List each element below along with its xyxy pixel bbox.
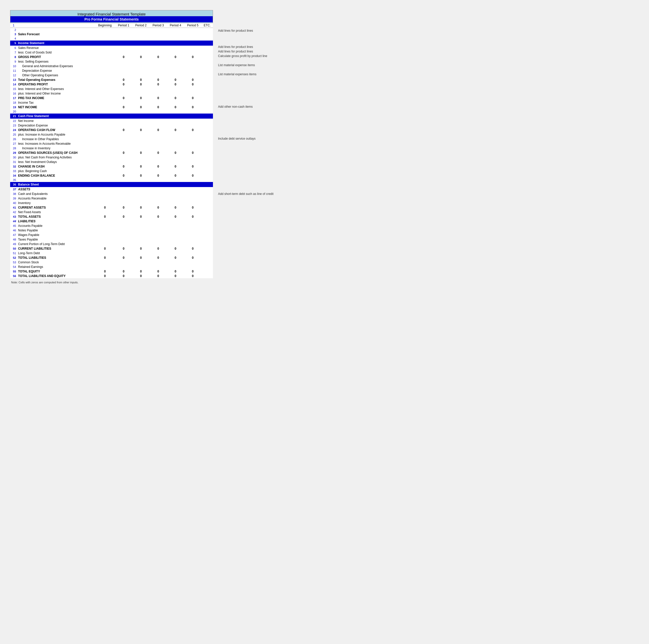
row-total-equity: 55 TOTAL EQUITY 0 0 0 0 0 0: [10, 269, 213, 274]
row-current-liabilities: 50 CURRENT LIABILITIES 0 0 0 0 0 0: [10, 246, 213, 251]
row-income-statement-header: 5 Income Statement: [10, 41, 213, 46]
row-increase-accounts-payable: 25 plus: Increase in Accounts Payable: [10, 132, 213, 137]
note-row8: Calculate gross profit by product line: [218, 54, 289, 59]
note-row23-text: Add other non-cash items: [218, 105, 253, 108]
row-inventory-bs: 40 Inventory: [10, 201, 213, 205]
main-title: Integrated Financial Statement Template: [10, 12, 213, 16]
row-gross-profit: 8 GROSS PROFIT 0 0 0 0 0: [10, 55, 213, 59]
note-spacer-2: [218, 59, 289, 63]
row-sales-forecast: 3 Sales Forecast: [10, 32, 213, 37]
subtitle: Pro Forma Financial Statements: [10, 16, 213, 22]
row-liabilities-header: 44 LIABILITIES: [10, 219, 213, 224]
row-operating-sources-uses: 29 OPERATING SOURCES (USES) OF CASH 0 0 …: [10, 150, 213, 155]
right-notes-panel: Add lines for product lines Add lines fo…: [218, 10, 289, 284]
column-header-row: 1 Beginning Period 1 Period 2 Period 3 P…: [10, 23, 213, 28]
row-change-in-cash: 32 CHANGE IN CASH 0 0 0 0 0: [10, 164, 213, 169]
note-row10-text: List material expense items: [218, 63, 255, 67]
row-4: 4: [10, 37, 213, 41]
row-depreciation-cf: 23 Depreciation Expense: [10, 123, 213, 128]
row-net-income-cf: 22 Net Income: [10, 119, 213, 123]
row-increase-other-payables: 26 Increase in Other Payables: [10, 137, 213, 141]
row-notes-payable: 46 Notes Payable: [10, 228, 213, 233]
col-beginning: Beginning: [95, 23, 115, 28]
col-period4: Period 4: [167, 23, 184, 28]
financial-table: 1 Beginning Period 1 Period 2 Period 3 P…: [10, 23, 213, 278]
note-row31: Include debt service outlays: [218, 137, 289, 141]
row-sales-revenue: 6 Sales Revenue: [10, 46, 213, 50]
row-depreciation-expense: 11 Depreciation Expense: [10, 68, 213, 73]
row-current-assets: 41 CURRENT ASSETS 0 0 0 0 0 0: [10, 205, 213, 210]
col-header-label: [17, 23, 95, 28]
col-period1: Period 1: [115, 23, 132, 28]
main-table-container: Integrated Financial Statement Template …: [10, 10, 213, 284]
row-20: 20: [10, 109, 213, 113]
note-spacer-1: [218, 34, 289, 45]
note-row49-text: Add short-term debt such as line of cred…: [218, 192, 273, 196]
row-increase-accounts-receivable: 27 less: Increases in Accounts Receivabl…: [10, 141, 213, 146]
row-general-admin: 10 General and Administrative Expenses: [10, 64, 213, 68]
note-row6-text: Add lines for product lines: [218, 45, 253, 49]
footer-note: Note: Cells with zeros are computed from…: [10, 281, 213, 284]
note-row6: Add lines for product lines: [218, 45, 289, 50]
note-spacer-4: [218, 77, 289, 105]
row-long-term-debt: 51 Long-Term Debt: [10, 251, 213, 256]
note-spacer-6: [218, 141, 289, 192]
note-row49: Add short-term debt such as line of cred…: [218, 192, 289, 197]
note-row31-text: Include debt service outlays: [218, 137, 256, 140]
row-selling-expenses: 9 less: Selling Expenses: [10, 59, 213, 64]
row-income-tax: 18 Income Tax: [10, 100, 213, 105]
row-interest-other-expenses: 15 less: Interest and Other Expenses: [10, 87, 213, 91]
row-cogs: 7 less: Cost of Goods Sold: [10, 50, 213, 55]
row-net-fixed-assets: 42 Net Fixed Assets: [10, 210, 213, 215]
row-operating-cash-flow: 24 OPERATING CASH FLOW 0 0 0 0 0: [10, 128, 213, 132]
row-net-cash-financing: 30 plus: Net Cash from Financing Activit…: [10, 155, 213, 160]
row-pre-tax-income: 17 PRE-TAX INCOME 0 0 0 0 0: [10, 96, 213, 100]
note-row12-text: List material expenses items: [218, 73, 256, 76]
row-operating-profit: 14 OPERATING PROFIT 0 0 0 0 0: [10, 82, 213, 87]
note-row3-text: Add lines for product lines: [218, 29, 253, 33]
row-total-operating-expenses: 13 Total Operating Expenses 0 0 0 0 0: [10, 78, 213, 82]
note-row23: Add other non-cash items: [218, 105, 289, 109]
col-period3: Period 3: [149, 23, 167, 28]
row-current-portion-ltd: 49 Current Portion of Long-Term Debt: [10, 242, 213, 246]
note-spacer-5: [218, 109, 289, 137]
row-taxes-payable: 48 Taxes Payable: [10, 237, 213, 242]
note-row8-text: Calculate gross profit by product line: [218, 54, 267, 58]
col-etc: ETC.: [201, 23, 213, 28]
note-row7-text: Add lines for product lines: [218, 50, 253, 53]
title-block: Integrated Financial Statement Template …: [10, 10, 213, 23]
col-period5: Period 5: [184, 23, 201, 28]
row-accounts-payable-bs: 45 Accounts Payable: [10, 224, 213, 228]
row-net-income: 19 NET INCOME 0 0 0 0 0: [10, 105, 213, 109]
row-common-stock: 53 Common Stock: [10, 260, 213, 265]
row-assets-header: 37 ASSETS: [10, 187, 213, 192]
row-2: 2: [10, 28, 213, 32]
row-total-assets: 43 TOTAL ASSETS 0 0 0 0 0 0: [10, 215, 213, 219]
row-cash-equivalents: 38 Cash and Equivalents: [10, 192, 213, 196]
row-balance-sheet-header: 36 Balance Sheet: [10, 182, 213, 187]
note-row3: Add lines for product lines: [218, 29, 289, 34]
row-net-investment-outlays: 31 less: Net Investment Outlays: [10, 160, 213, 164]
note-row7: Add lines for product lines: [218, 50, 289, 54]
row-cash-flow-header: 21 Cash Flow Statement: [10, 113, 213, 119]
row-35: 35: [10, 178, 213, 182]
page: Integrated Financial Statement Template …: [10, 10, 289, 284]
row-interest-other-income: 16 plus: Interest and Other Income: [10, 91, 213, 96]
note-row12: List material expenses items: [218, 73, 289, 77]
row-wages-payable: 47 Wages Payable: [10, 233, 213, 237]
col-period2: Period 2: [132, 23, 149, 28]
row-increase-inventory: 28 Increase in Inventory: [10, 146, 213, 150]
row-retained-earnings: 54 Retained Earnings: [10, 265, 213, 269]
row-total-liabilities-equity: 56 TOTAL LIABILITIES AND EQUITY 0 0 0 0 …: [10, 274, 213, 278]
row-total-liabilities: 52 TOTAL LIABILITIES 0 0 0 0 0 0: [10, 256, 213, 260]
row-ending-cash-balance: 34 ENDING CASH BALANCE 0 0 0 0 0: [10, 173, 213, 178]
row-num-1: 1: [10, 23, 17, 28]
row-accounts-receivable-bs: 39 Accounts Receivable: [10, 196, 213, 201]
row-beginning-cash: 33 plus: Beginning Cash: [10, 169, 213, 173]
row-other-operating-expenses: 12 Other Operating Expenses: [10, 73, 213, 78]
note-spacer-3: [218, 68, 289, 73]
note-row10: List material expense items: [218, 63, 289, 68]
